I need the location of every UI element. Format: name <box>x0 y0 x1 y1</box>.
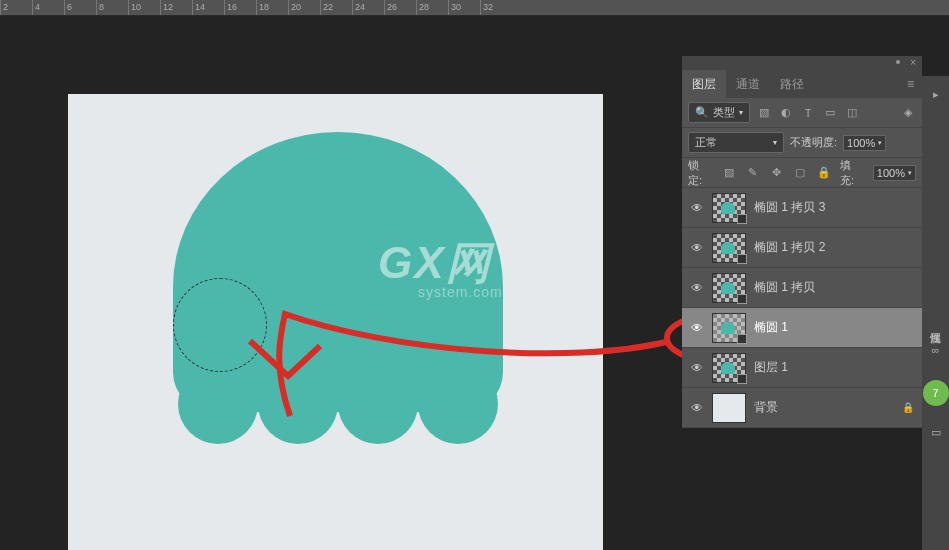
ruler-tick: 26 <box>384 0 416 15</box>
blend-row: 正常 ▾ 不透明度: 100%▾ <box>682 128 922 158</box>
scallop-shape <box>178 364 258 444</box>
panel-menu-icon[interactable]: ≡ <box>899 77 922 91</box>
blend-mode-dropdown[interactable]: 正常 ▾ <box>688 132 784 153</box>
scallop-shape <box>258 364 338 444</box>
shape-badge-icon <box>737 334 747 344</box>
layer-thumbnail[interactable] <box>712 233 746 263</box>
ruler-tick: 4 <box>32 0 64 15</box>
filter-toggle-icon[interactable]: ◈ <box>900 105 916 121</box>
lock-row: 锁定: ▨ ✎ ✥ ▢ 🔒 填充: 100%▾ <box>682 158 922 188</box>
ruler-tick: 24 <box>352 0 384 15</box>
opacity-label: 不透明度: <box>790 135 837 150</box>
tab-paths[interactable]: 路径 <box>770 70 814 99</box>
visibility-toggle-icon[interactable]: 👁 <box>690 401 704 415</box>
tab-channels[interactable]: 通道 <box>726 70 770 99</box>
shape-badge-icon <box>737 254 747 264</box>
layer-thumbnail[interactable] <box>712 353 746 383</box>
fill-label: 填充: <box>840 158 865 188</box>
ruler-tick: 16 <box>224 0 256 15</box>
layer-name-label: 椭圆 1 拷贝 2 <box>754 239 914 256</box>
layer-row[interactable]: 👁背景🔒 <box>682 388 922 428</box>
layer-name-label: 图层 1 <box>754 359 914 376</box>
visibility-toggle-icon[interactable]: 👁 <box>690 241 704 255</box>
layer-name-label: 椭圆 1 拷贝 <box>754 279 914 296</box>
search-icon: 🔍 <box>695 106 709 119</box>
layer-row[interactable]: 👁椭圆 1 <box>682 308 922 348</box>
lock-position-icon[interactable]: ✥ <box>769 165 785 181</box>
lock-artboard-icon[interactable]: ▢ <box>792 165 808 181</box>
chevron-down-icon: ▾ <box>773 138 777 147</box>
layer-row[interactable]: 👁椭圆 1 拷贝 <box>682 268 922 308</box>
ruler-tick: 6 <box>64 0 96 15</box>
ruler-tick: 14 <box>192 0 224 15</box>
visibility-toggle-icon[interactable]: 👁 <box>690 281 704 295</box>
layer-thumbnail[interactable] <box>712 193 746 223</box>
shape-badge-icon <box>737 374 747 384</box>
layer-name-label: 背景 <box>754 399 894 416</box>
ruler-tick: 8 <box>96 0 128 15</box>
ruler-tick: 20 <box>288 0 320 15</box>
dock-icon[interactable]: ▸ <box>928 88 944 104</box>
document-canvas[interactable]: GX网 system.com <box>68 94 603 550</box>
lock-icon: 🔒 <box>902 402 914 413</box>
filter-type-icon[interactable]: T <box>800 105 816 121</box>
chevron-down-icon: ▾ <box>908 169 912 177</box>
workspace: GX网 system.com × 图层 通道 路径 ≡ 🔍 类型 ▾ ▧ ◐ T <box>0 16 949 550</box>
layer-thumbnail[interactable] <box>712 393 746 423</box>
layer-filter-row: 🔍 类型 ▾ ▧ ◐ T ▭ ◫ ◈ <box>682 98 922 128</box>
panel-tabs: 图层 通道 路径 ≡ <box>682 70 922 98</box>
panel-header: × <box>682 56 922 70</box>
shape-badge-icon <box>737 214 747 224</box>
scallop-shape <box>338 364 418 444</box>
opacity-input[interactable]: 100%▾ <box>843 135 886 151</box>
dock-bottom-icon[interactable]: ▭ <box>928 426 944 442</box>
marquee-selection <box>173 278 267 372</box>
ruler-tick: 18 <box>256 0 288 15</box>
visibility-toggle-icon[interactable]: 👁 <box>690 201 704 215</box>
ruler-tick: 2 <box>0 0 32 15</box>
tab-layers[interactable]: 图层 <box>682 70 726 99</box>
ruler-tick: 10 <box>128 0 160 15</box>
ruler-tick: 28 <box>416 0 448 15</box>
filter-shape-icon[interactable]: ▭ <box>822 105 838 121</box>
layer-row[interactable]: 👁椭圆 1 拷贝 3 <box>682 188 922 228</box>
filter-type-dropdown[interactable]: 🔍 类型 ▾ <box>688 102 750 123</box>
layer-thumbnail[interactable] <box>712 313 746 343</box>
link-icon[interactable]: ∞ <box>928 344 944 360</box>
fill-input[interactable]: 100%▾ <box>873 165 916 181</box>
watermark-subtext: system.com <box>418 284 503 300</box>
panel-dock-right: ▸ 属性 ∞ 7 ▭ <box>922 76 949 550</box>
ruler-tick: 30 <box>448 0 480 15</box>
ruler-tick: 32 <box>480 0 512 15</box>
layer-thumbnail[interactable] <box>712 273 746 303</box>
filter-smart-icon[interactable]: ◫ <box>844 105 860 121</box>
lock-transparency-icon[interactable]: ▨ <box>721 165 737 181</box>
lock-all-icon[interactable]: 🔒 <box>816 165 832 181</box>
layer-name-label: 椭圆 1 拷贝 3 <box>754 199 914 216</box>
scallop-shape <box>418 364 498 444</box>
filter-adjust-icon[interactable]: ◐ <box>778 105 794 121</box>
lock-pixels-icon[interactable]: ✎ <box>745 165 761 181</box>
visibility-toggle-icon[interactable]: 👁 <box>690 321 704 335</box>
layer-row[interactable]: 👁图层 1 <box>682 348 922 388</box>
layer-list: 👁椭圆 1 拷贝 3👁椭圆 1 拷贝 2👁椭圆 1 拷贝👁椭圆 1👁图层 1👁背… <box>682 188 922 428</box>
layer-row[interactable]: 👁椭圆 1 拷贝 2 <box>682 228 922 268</box>
notification-badge[interactable]: 7 <box>923 380 949 406</box>
ruler-tick: 12 <box>160 0 192 15</box>
lock-label: 锁定: <box>688 158 713 188</box>
chevron-down-icon: ▾ <box>739 108 743 117</box>
layers-panel: × 图层 通道 路径 ≡ 🔍 类型 ▾ ▧ ◐ T ▭ ◫ ◈ 正常 ▾ <box>682 56 922 428</box>
ruler-horizontal: 2468101214161820222426283032 <box>0 0 949 16</box>
chevron-down-icon: ▾ <box>878 139 882 147</box>
ruler-tick: 22 <box>320 0 352 15</box>
visibility-toggle-icon[interactable]: 👁 <box>690 361 704 375</box>
layer-name-label: 椭圆 1 <box>754 319 914 336</box>
close-icon[interactable]: × <box>910 57 916 68</box>
shape-badge-icon <box>737 294 747 304</box>
filter-pixel-icon[interactable]: ▧ <box>756 105 772 121</box>
collapse-icon[interactable] <box>896 60 900 64</box>
